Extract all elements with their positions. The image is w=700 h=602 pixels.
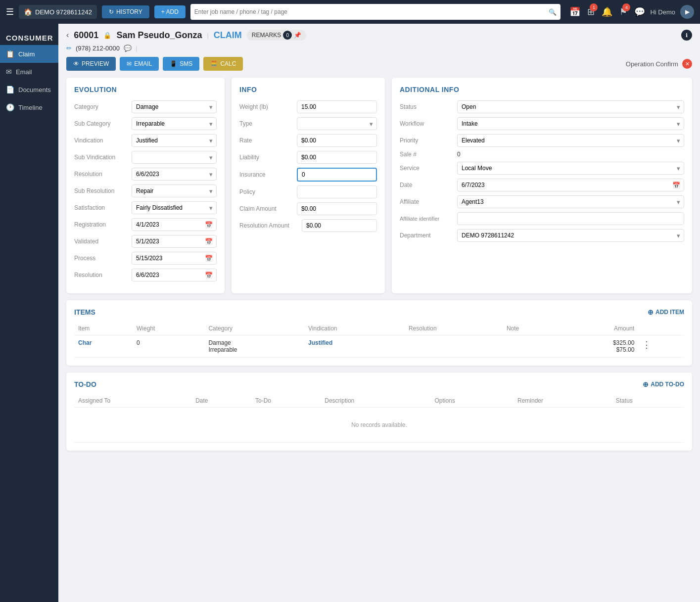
status-row: Status Open — [400, 100, 684, 113]
op-confirm-close[interactable]: ✕ — [682, 59, 692, 69]
back-button[interactable]: ‹ — [66, 31, 69, 40]
chat-bubble-icon[interactable]: 💬 — [124, 45, 132, 52]
resolution-amount-input[interactable] — [302, 219, 377, 232]
affiliate-select[interactable]: Agent13 — [457, 195, 684, 208]
search-bar[interactable]: 🔍 — [190, 4, 561, 20]
rate-row: Rate — [239, 134, 377, 147]
claim-amount-input[interactable] — [297, 202, 377, 215]
add-item-button[interactable]: ⊕ ADD ITEM — [648, 308, 684, 316]
sidebar-item-timeline[interactable]: 🕐 Timeline — [0, 98, 58, 116]
subvindication-select[interactable] — [132, 151, 217, 164]
resolution-date: 📅 — [132, 269, 217, 281]
subcategory-select-wrapper: Irreparable — [132, 117, 217, 130]
add-todo-button[interactable]: ⊕ ADD TO-DO — [643, 380, 684, 388]
search-input[interactable] — [194, 8, 549, 15]
item-actions-cell: ⋮ — [638, 335, 684, 358]
category-select[interactable]: Damage — [132, 100, 217, 113]
todo-col-date: Date — [191, 394, 251, 408]
calc-button[interactable]: 🧮 CALC — [203, 57, 243, 71]
sidebar: CONSUMER 📋 Claim ✉ Email 📄 Documents 🕐 T… — [0, 24, 58, 602]
registration-input[interactable] — [132, 218, 217, 231]
resolution-date-input[interactable] — [132, 269, 217, 281]
process-label: Process — [74, 255, 129, 262]
user-avatar[interactable]: ▶ — [680, 5, 694, 19]
subresolution-label: Sub Resolution — [74, 187, 129, 194]
policy-input[interactable] — [297, 185, 377, 198]
process-date: 📅 — [132, 252, 217, 265]
item-vindication-value: Justified — [308, 339, 332, 346]
todo-table: Assigned To Date To-Do Description Optio… — [74, 394, 684, 443]
bell-nav-icon[interactable]: 🔔 — [602, 6, 612, 17]
service-select[interactable]: Local Move — [457, 162, 684, 175]
info-icon[interactable]: ℹ — [681, 30, 692, 41]
todo-header: TO-DO ⊕ ADD TO-DO — [74, 380, 684, 388]
resolution-calendar-icon[interactable]: 📅 — [205, 272, 213, 279]
item-name-link[interactable]: Char — [78, 339, 92, 346]
affiliate-identifier-input[interactable] — [457, 212, 684, 225]
rate-input[interactable] — [297, 134, 377, 147]
process-calendar-icon[interactable]: 📅 — [205, 255, 213, 262]
insurance-input[interactable] — [297, 168, 377, 182]
item-vindication-cell: Justified — [304, 335, 405, 358]
status-select-wrapper: Open — [457, 100, 684, 113]
chat-nav-icon[interactable]: 💬 — [634, 6, 645, 17]
preview-button[interactable]: 👁 PREVIEW — [66, 57, 116, 71]
lock-icon: 🔒 — [103, 32, 111, 39]
type-select[interactable] — [297, 117, 377, 130]
liability-input[interactable] — [297, 151, 377, 164]
validated-row: Validated 📅 — [74, 235, 217, 248]
registration-calendar-icon[interactable]: 📅 — [205, 221, 213, 229]
category-select-wrapper: Damage — [132, 100, 217, 113]
history-button[interactable]: ↻ HISTORY — [102, 5, 149, 18]
policy-row: Policy — [239, 185, 377, 198]
sidebar-item-email[interactable]: ✉ Email — [0, 63, 58, 81]
phone-number: (978) 212-0000 — [76, 45, 120, 52]
item-amount-cell: $325.00 $75.00 — [559, 335, 639, 358]
validated-calendar-icon[interactable]: 📅 — [205, 238, 213, 245]
col-category: Category — [204, 322, 304, 335]
documents-sidebar-icon: 📄 — [6, 86, 14, 93]
todo-col-status: Status — [612, 394, 684, 408]
item-category-cell: Damage Irreparable — [204, 335, 304, 358]
calendar-nav-icon[interactable]: 📅 — [569, 6, 580, 17]
subcategory-select[interactable]: Irreparable — [132, 117, 217, 130]
action-buttons: 👁 PREVIEW ✉ EMAIL 📱 SMS 🧮 CALC Operation… — [66, 57, 692, 71]
target-nav-icon[interactable]: ⚑4 — [619, 6, 627, 17]
department-select[interactable]: DEMO 9728611242 — [457, 229, 684, 242]
claim-tab-link[interactable]: CLAIM — [214, 30, 242, 41]
remarks-badge[interactable]: REMARKS 0 📌 — [247, 30, 306, 41]
sidebar-item-claim[interactable]: 📋 Claim — [0, 45, 58, 63]
weight-input[interactable] — [297, 100, 377, 113]
sale-num-row: Sale # 0 — [400, 151, 684, 158]
eye-icon: 👁 — [73, 60, 79, 67]
brand-label[interactable]: 🏠 DEMO 9728611242 — [19, 5, 97, 19]
status-select[interactable]: Open — [457, 100, 684, 113]
subvindication-row: Sub Vindication — [74, 151, 217, 164]
department-row: Department DEMO 9728611242 — [400, 229, 684, 242]
sidebar-item-documents[interactable]: 📄 Documents — [0, 81, 58, 98]
status-label: Status — [400, 103, 454, 110]
evolution-card: EVOLUTION Category Damage Sub Category I… — [66, 78, 225, 293]
vindication-row: Vindication Justified — [74, 134, 217, 147]
vindication-select[interactable]: Justified — [132, 134, 217, 147]
add-button[interactable]: + ADD — [154, 5, 186, 18]
hamburger-menu[interactable]: ☰ — [6, 6, 14, 17]
sms-button[interactable]: 📱 SMS — [163, 57, 199, 71]
edit-icon[interactable]: ✏ — [66, 45, 72, 52]
date-input[interactable] — [457, 179, 684, 191]
main-content: ‹ 60001 🔒 Sam Pseudo_Gonza | CLAIM REMAR… — [58, 24, 700, 602]
grid-nav-icon[interactable]: ⊞1 — [587, 6, 595, 17]
email-button[interactable]: ✉ EMAIL — [120, 57, 159, 71]
validated-input[interactable] — [132, 235, 217, 248]
workflow-select[interactable]: Intake — [457, 117, 684, 130]
date-calendar-icon[interactable]: 📅 — [672, 182, 680, 189]
satisfaction-select[interactable]: Fairly Dissatisfied — [132, 201, 217, 214]
sidebar-item-label-documents: Documents — [18, 86, 51, 93]
subresolution-select[interactable]: Repair — [132, 185, 217, 197]
process-input[interactable] — [132, 252, 217, 265]
workflow-row: Workflow Intake — [400, 117, 684, 130]
priority-select[interactable]: Elevated — [457, 134, 684, 147]
item-actions-menu[interactable]: ⋮ — [642, 340, 651, 350]
date-field: 📅 — [457, 179, 684, 191]
resolution-select[interactable]: 6/6/2023 — [132, 168, 217, 181]
